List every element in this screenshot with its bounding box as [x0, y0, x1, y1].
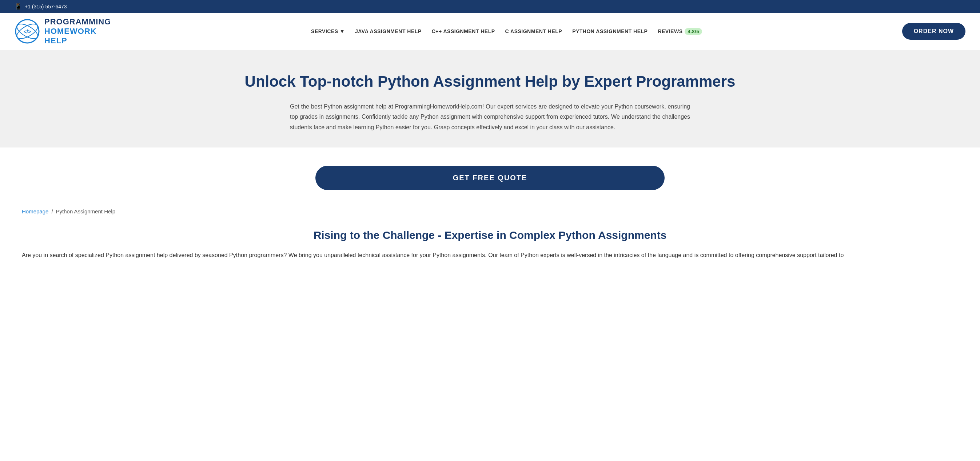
rating-badge: 4.8/5 — [685, 28, 702, 35]
hero-section: Unlock Top-notch Python Assignment Help … — [0, 50, 980, 147]
hero-description: Get the best Python assignment help at P… — [290, 102, 690, 133]
content-section: Rising to the Challenge - Expertise in C… — [0, 222, 980, 281]
logo-line3: HELP — [45, 36, 111, 46]
chevron-down-icon: ▼ — [340, 29, 345, 34]
nav-cpp[interactable]: C++ ASSIGNMENT HELP — [432, 29, 495, 34]
breadcrumb-separator: / — [51, 208, 53, 214]
nav-services[interactable]: SERVICES ▼ — [311, 29, 345, 34]
top-bar: 📱 +1 (315) 557-6473 — [0, 0, 980, 13]
breadcrumb-current: Python Assignment Help — [56, 208, 115, 214]
nav-java[interactable]: JAVA ASSIGNMENT HELP — [355, 29, 422, 34]
content-paragraph1: Are you in search of specialized Python … — [22, 250, 958, 261]
breadcrumb: Homepage / Python Assignment Help — [0, 208, 980, 222]
hero-heading: Unlock Top-notch Python Assignment Help … — [58, 72, 922, 91]
logo-text: PROGRAMMING HOMEWORK HELP — [45, 17, 111, 46]
whatsapp-icon: 📱 — [14, 3, 22, 10]
nav-c[interactable]: C ASSIGNMENT HELP — [505, 29, 562, 34]
content-heading: Rising to the Challenge - Expertise in C… — [22, 229, 958, 241]
logo-line2: HOMEWORK — [45, 27, 111, 36]
logo-link[interactable]: </> PROGRAMMING HOMEWORK HELP — [14, 17, 111, 46]
nav-python[interactable]: PYTHON ASSIGNMENT HELP — [572, 29, 648, 34]
order-now-button[interactable]: ORDER NOW — [902, 23, 966, 40]
get-free-quote-button[interactable]: GET FREE QUOTE — [315, 166, 665, 190]
logo-icon: </> — [14, 19, 40, 44]
svg-text:</>: </> — [24, 29, 31, 35]
nav-reviews[interactable]: REVIEWS 4.8/5 — [658, 28, 702, 35]
logo-line1: PROGRAMMING — [45, 17, 111, 27]
cta-section: GET FREE QUOTE — [0, 147, 980, 208]
phone-number: +1 (315) 557-6473 — [25, 4, 67, 10]
site-header: </> PROGRAMMING HOMEWORK HELP SERVICES ▼… — [0, 13, 980, 50]
breadcrumb-home[interactable]: Homepage — [22, 208, 48, 214]
main-nav: SERVICES ▼ JAVA ASSIGNMENT HELP C++ ASSI… — [126, 28, 887, 35]
